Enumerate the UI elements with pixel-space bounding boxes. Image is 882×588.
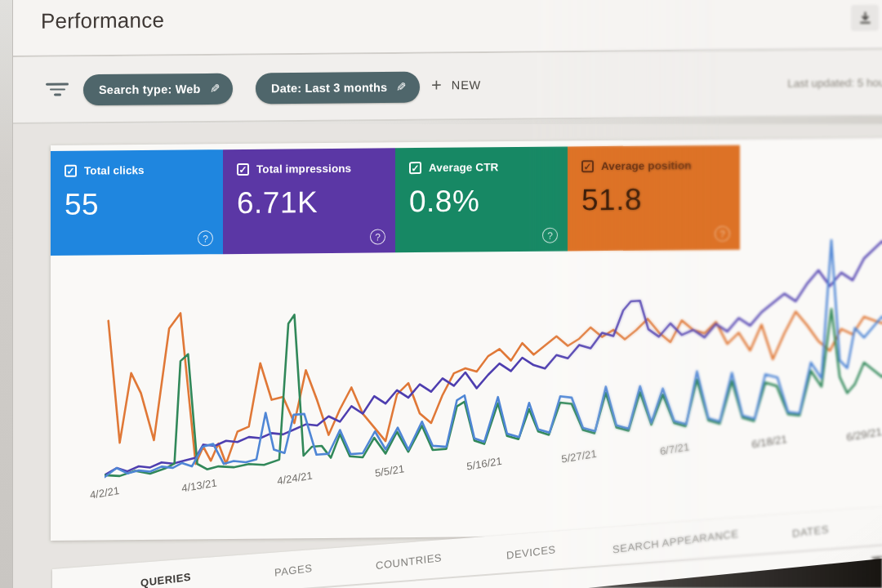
x-axis-tick: 5/5/21	[374, 462, 404, 479]
tab-devices[interactable]: DEVICES	[506, 543, 556, 562]
export-button[interactable]	[851, 5, 879, 31]
metric-card-header: ✓Average position	[581, 159, 740, 173]
performance-panel: ✓Total clicks55?✓Total impressions6.71K?…	[51, 137, 882, 541]
content-area: ✓Total clicks55?✓Total impressions6.71K?…	[13, 124, 882, 588]
x-axis-tick: 6/7/21	[659, 440, 689, 457]
metric-card-label: Total impressions	[256, 163, 351, 176]
date-range-chip-label: Date: Last 3 months	[271, 81, 387, 95]
metric-card-label: Average position	[601, 159, 692, 172]
tab-queries[interactable]: QUERIES	[140, 571, 192, 588]
search-type-chip-label: Search type: Web	[99, 82, 201, 96]
metric-card-total-clicks[interactable]: ✓Total clicks55?	[51, 149, 223, 256]
page-title: Performance	[41, 7, 164, 33]
search-type-chip[interactable]: Search type: Web ✎	[83, 74, 233, 106]
x-axis-tick: 4/2/21	[89, 484, 119, 501]
checkbox-icon[interactable]: ✓	[581, 160, 594, 172]
plus-icon: +	[431, 77, 442, 93]
metric-card-value: 55	[65, 186, 223, 222]
tab-countries[interactable]: COUNTRIES	[376, 551, 443, 572]
date-range-chip[interactable]: Date: Last 3 months ✎	[256, 72, 420, 105]
last-updated-text: Last updated: 5 hour	[787, 77, 882, 90]
desktop-edge-strip	[0, 0, 13, 588]
tab-dates[interactable]: DATES	[792, 523, 830, 540]
metric-card-label: Total clicks	[84, 164, 145, 177]
checkbox-icon[interactable]: ✓	[65, 165, 77, 177]
checkbox-icon[interactable]: ✓	[237, 163, 249, 176]
metric-card-header: ✓Total impressions	[237, 162, 395, 176]
edit-pencil-icon: ✎	[210, 82, 220, 96]
metric-card-value: 0.8%	[409, 183, 568, 219]
metric-card-header: ✓Total clicks	[65, 163, 223, 177]
search-console-window: Performance Search type: Web ✎ Date: Las…	[13, 0, 882, 588]
filter-list-icon[interactable]	[46, 82, 69, 96]
new-filter-label: NEW	[452, 78, 481, 91]
tab-search-appearance[interactable]: SEARCH APPEARANCE	[612, 528, 739, 556]
page-header: Performance	[13, 0, 882, 57]
tab-pages[interactable]: PAGES	[274, 562, 313, 579]
filter-bar: Search type: Web ✎ Date: Last 3 months ✎…	[13, 50, 882, 124]
edit-pencil-icon: ✎	[396, 80, 407, 95]
metric-card-value: 6.71K	[237, 185, 395, 220]
screen-photo: Performance Search type: Web ✎ Date: Las…	[0, 0, 882, 588]
metric-card-header: ✓Average CTR	[409, 160, 568, 174]
checkbox-icon[interactable]: ✓	[409, 162, 421, 174]
new-filter-button[interactable]: + NEW	[431, 77, 481, 94]
metric-card-label: Average CTR	[429, 161, 498, 174]
download-icon	[858, 11, 872, 24]
